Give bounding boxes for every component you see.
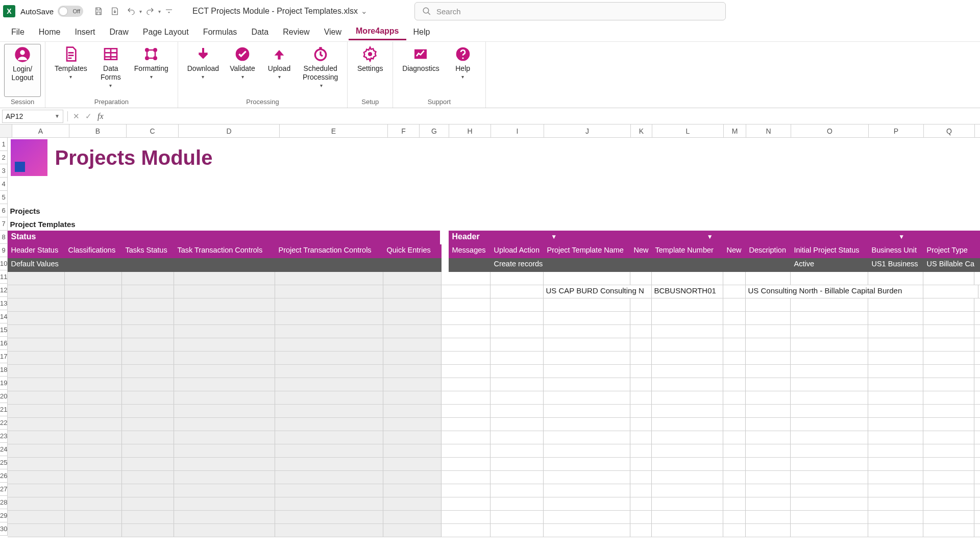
row-28[interactable]: 28	[0, 496, 8, 509]
row-9[interactable]: 9	[0, 244, 8, 257]
row-21[interactable]: 21	[0, 403, 8, 416]
col-O[interactable]: O	[791, 124, 869, 137]
row-29[interactable]: 29	[0, 509, 8, 522]
table-row[interactable]	[8, 405, 980, 418]
tab-review[interactable]: Review	[276, 24, 316, 40]
tab-home[interactable]: Home	[32, 24, 68, 40]
tab-page-layout[interactable]: Page Layout	[136, 24, 196, 40]
help-button[interactable]: Help▾	[445, 44, 481, 97]
row-2[interactable]: 2	[0, 151, 8, 164]
table-row[interactable]	[8, 272, 980, 285]
upload-button[interactable]: Upload▾	[261, 44, 298, 97]
row-4[interactable]: 4	[0, 178, 8, 191]
settings-button[interactable]: Settings	[352, 44, 388, 97]
row-26[interactable]: 26	[0, 469, 8, 483]
row-11[interactable]: 11	[0, 270, 8, 284]
row-27[interactable]: 27	[0, 483, 8, 496]
row-13[interactable]: 13	[0, 297, 8, 310]
validate-button[interactable]: Validate▾	[224, 44, 261, 97]
table-row[interactable]	[8, 458, 980, 471]
fx-icon[interactable]: fx	[97, 112, 104, 121]
row-25[interactable]: 25	[0, 456, 8, 469]
diagnostics-button[interactable]: Diagnostics	[397, 44, 444, 97]
title-dropdown-icon[interactable]: ⌄	[361, 7, 368, 16]
filter-icon-1[interactable]: ▼	[546, 233, 562, 240]
row-6[interactable]: 6	[0, 204, 8, 217]
cancel-formula-button[interactable]: ✕	[70, 110, 82, 122]
row-22[interactable]: 22	[0, 416, 8, 430]
col-H[interactable]: H	[449, 124, 491, 137]
col-J[interactable]: J	[544, 124, 631, 137]
formatting-button[interactable]: Formatting▾	[129, 44, 174, 97]
cell-description[interactable]: US Consulting North - Billable Capital B…	[746, 285, 923, 298]
col-E[interactable]: E	[280, 124, 388, 137]
tab-insert[interactable]: Insert	[67, 24, 102, 40]
table-row[interactable]	[8, 497, 980, 511]
col-I[interactable]: I	[491, 124, 544, 137]
col-D[interactable]: D	[179, 124, 280, 137]
row-10[interactable]: 10	[0, 257, 8, 270]
table-row[interactable]	[8, 391, 980, 405]
row-5[interactable]: 5	[0, 191, 8, 204]
cell-template-name[interactable]: US CAP BURD Consulting N	[544, 285, 652, 298]
row-1[interactable]: 1	[0, 138, 8, 151]
select-all-corner[interactable]	[0, 124, 12, 137]
download-button[interactable]: Download▾	[182, 44, 224, 97]
row-12[interactable]: 12	[0, 284, 8, 297]
table-row[interactable]	[8, 365, 980, 378]
row-16[interactable]: 16	[0, 337, 8, 350]
formula-input[interactable]	[107, 110, 980, 123]
table-row[interactable]	[8, 352, 980, 365]
table-row[interactable]	[8, 444, 980, 458]
tab-data[interactable]: Data	[244, 24, 276, 40]
table-row[interactable]	[8, 511, 980, 524]
table-row[interactable]	[8, 312, 980, 325]
data-forms-button[interactable]: Data Forms▾	[92, 44, 129, 97]
col-Q[interactable]: Q	[924, 124, 975, 137]
table-row[interactable]	[8, 418, 980, 431]
templates-button[interactable]: Templates▾	[50, 44, 92, 97]
row-3[interactable]: 3	[0, 164, 8, 178]
save-button[interactable]	[91, 4, 106, 18]
export-button[interactable]	[108, 4, 122, 18]
redo-button[interactable]	[143, 4, 157, 18]
col-M[interactable]: M	[724, 124, 746, 137]
col-K[interactable]: K	[631, 124, 652, 137]
filter-icon-2[interactable]: ▼	[702, 233, 718, 240]
row-24[interactable]: 24	[0, 443, 8, 456]
col-F[interactable]: F	[388, 124, 420, 137]
row-17[interactable]: 17	[0, 350, 8, 363]
tab-formulas[interactable]: Formulas	[196, 24, 244, 40]
row-19[interactable]: 19	[0, 377, 8, 390]
col-P[interactable]: P	[869, 124, 924, 137]
qat-overflow[interactable]	[162, 4, 176, 18]
row-7[interactable]: 7	[0, 217, 8, 231]
tab-more4apps[interactable]: More4apps	[349, 23, 406, 40]
namebox-dropdown-icon[interactable]: ▼	[55, 113, 60, 119]
table-row[interactable]	[8, 298, 980, 312]
row-14[interactable]: 14	[0, 310, 8, 323]
col-N[interactable]: N	[746, 124, 791, 137]
search-input[interactable]: Search	[414, 2, 726, 20]
name-box[interactable]: AP12 ▼	[2, 110, 63, 123]
col-B[interactable]: B	[69, 124, 127, 137]
row-20[interactable]: 20	[0, 390, 8, 403]
cells-area[interactable]: Projects Module Projects Project Templat…	[8, 138, 980, 537]
row-18[interactable]: 18	[0, 363, 8, 377]
row-8[interactable]: 8	[0, 231, 8, 244]
col-L[interactable]: L	[652, 124, 724, 137]
login-logout-button[interactable]: Login/ Logout	[4, 44, 41, 97]
table-row[interactable]: US CAP BURD Consulting N BCBUSNORTH01 US…	[8, 285, 980, 298]
cell-template-number[interactable]: BCBUSNORTH01	[652, 285, 723, 298]
filter-icon-3[interactable]: ▼	[893, 233, 910, 240]
tab-file[interactable]: File	[4, 24, 32, 40]
table-row[interactable]	[8, 471, 980, 484]
tab-help[interactable]: Help	[406, 24, 437, 40]
table-row[interactable]	[8, 431, 980, 444]
tab-view[interactable]: View	[317, 24, 349, 40]
table-row[interactable]	[8, 378, 980, 391]
scheduled-processing-button[interactable]: Scheduled Processing▾	[298, 44, 343, 97]
accept-formula-button[interactable]: ✓	[82, 110, 94, 122]
col-C[interactable]: C	[127, 124, 179, 137]
table-row[interactable]	[8, 484, 980, 497]
